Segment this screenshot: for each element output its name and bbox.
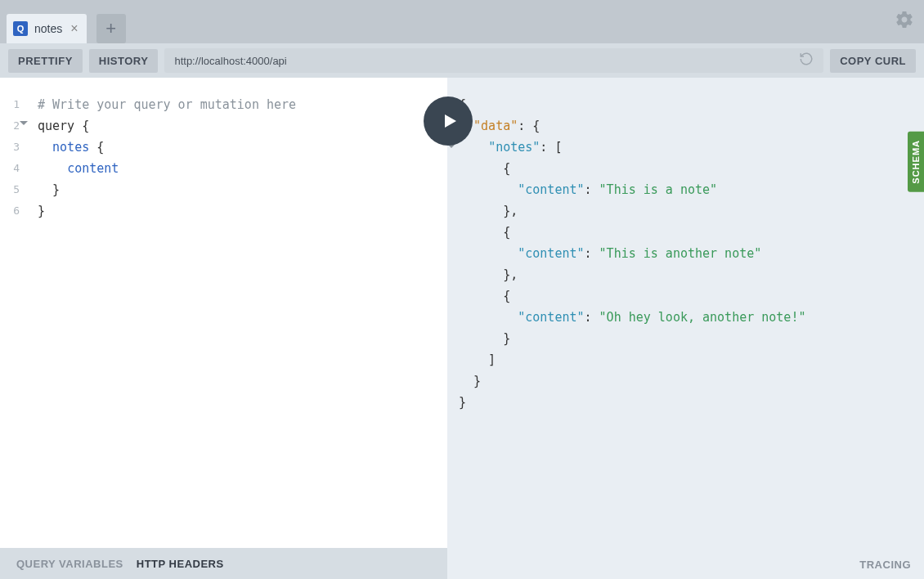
toolbar: PRETTIFY HISTORY COPY CURL — [0, 43, 924, 78]
result-line: }, — [459, 264, 924, 285]
tab-badge: Q — [13, 21, 28, 36]
tabs-bar: Q notes × + — [0, 0, 924, 43]
plus-icon: + — [105, 18, 116, 39]
main-area: 1 2 3 4 5 6 # Write your query or mutati… — [0, 78, 924, 579]
copy-curl-button[interactable]: COPY CURL — [830, 49, 916, 73]
settings-button[interactable] — [895, 10, 914, 33]
history-button[interactable]: HISTORY — [89, 49, 159, 73]
close-icon[interactable]: × — [70, 21, 78, 36]
result-line: "data": { — [459, 115, 924, 137]
reload-icon[interactable] — [799, 52, 814, 70]
result-line: "notes": [ — [459, 137, 924, 158]
query-editor-pane: 1 2 3 4 5 6 # Write your query or mutati… — [0, 78, 447, 579]
line-number: 4 — [0, 158, 20, 179]
result-line: { — [459, 285, 924, 307]
line-number: 1 — [0, 94, 20, 115]
code-line: query { — [38, 115, 296, 137]
result-line: "content": "Oh hey look, another note!" — [459, 307, 924, 328]
result-line: } — [459, 328, 924, 349]
line-gutter: 1 2 3 4 5 6 — [0, 94, 26, 548]
result-line: } — [459, 392, 924, 413]
result-line: "content": "This is another note" — [459, 243, 924, 264]
result-line: { — [459, 94, 924, 115]
line-number: 6 — [0, 200, 20, 222]
chevron-down-icon[interactable] — [20, 121, 28, 125]
code-line: notes { — [38, 137, 296, 158]
result-line: ] — [459, 349, 924, 370]
run-query-button[interactable] — [424, 96, 473, 146]
add-tab-button[interactable]: + — [96, 14, 126, 43]
result-viewer[interactable]: { "data": { "notes": [ { "content": "Thi… — [447, 78, 924, 579]
prettify-button[interactable]: PRETTIFY — [8, 49, 83, 73]
query-editor[interactable]: 1 2 3 4 5 6 # Write your query or mutati… — [0, 78, 447, 548]
result-line: { — [459, 222, 924, 243]
gear-icon — [895, 10, 914, 29]
editor-bottom-tabs: QUERY VARIABLES HTTP HEADERS — [0, 548, 447, 579]
line-number: 2 — [0, 115, 20, 137]
tab-notes[interactable]: Q notes × — [7, 14, 87, 43]
code-line: content — [38, 158, 296, 179]
result-line: } — [459, 370, 924, 392]
play-icon — [440, 111, 460, 131]
schema-panel-button[interactable]: SCHEMA — [908, 132, 924, 192]
result-pane: { "data": { "notes": [ { "content": "Thi… — [447, 78, 924, 579]
result-line: }, — [459, 200, 924, 222]
tab-query-variables[interactable]: QUERY VARIABLES — [16, 558, 123, 570]
line-number: 5 — [0, 179, 20, 200]
result-line: "content": "This is a note" — [459, 179, 924, 200]
url-bar — [164, 48, 823, 73]
code-line: } — [38, 179, 296, 200]
code-line: } — [38, 200, 296, 222]
line-number: 3 — [0, 137, 20, 158]
tab-tracing[interactable]: TRACING — [859, 559, 911, 571]
tab-label: notes — [34, 22, 62, 35]
code-line: # Write your query or mutation here — [38, 94, 296, 115]
result-line: { — [459, 158, 924, 179]
tab-http-headers[interactable]: HTTP HEADERS — [137, 558, 224, 570]
endpoint-input[interactable] — [174, 55, 799, 67]
code-content: # Write your query or mutation here quer… — [26, 94, 296, 548]
